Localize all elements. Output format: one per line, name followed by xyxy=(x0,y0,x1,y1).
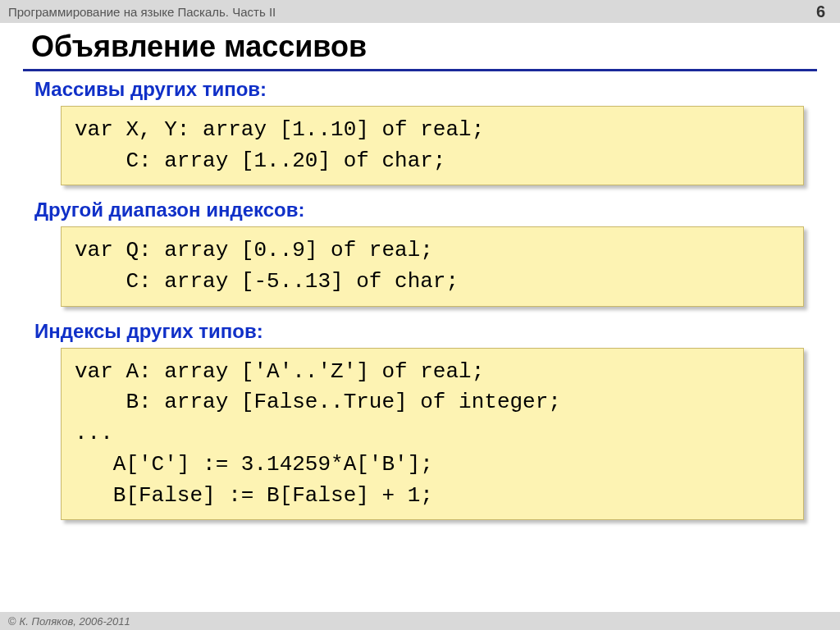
copyright-symbol: © xyxy=(8,615,16,628)
footer-bar: © К. Поляков, 2006-2011 xyxy=(0,612,840,630)
section-label-2: Другой диапазон индексов: xyxy=(34,199,817,221)
section-label-3: Индексы других типов: xyxy=(34,320,817,343)
header-bar: Программирование на языке Паскаль. Часть… xyxy=(0,0,840,23)
page-number: 6 xyxy=(816,2,825,21)
slide-title: Объявление массивов xyxy=(23,30,817,71)
footer-text: К. Поляков, 2006-2011 xyxy=(20,615,130,628)
header-title: Программирование на языке Паскаль. Часть… xyxy=(8,5,276,19)
code-block-2: var Q: array [0..9] of real; C: array [-… xyxy=(61,226,804,306)
code-block-1: var X, Y: array [1..10] of real; C: arra… xyxy=(61,106,804,185)
section-label-1: Массивы других типов: xyxy=(34,78,817,101)
slide-body: Объявление массивов Массивы других типов… xyxy=(0,23,840,520)
code-block-3: var A: array ['A'..'Z'] of real; B: arra… xyxy=(61,348,804,520)
